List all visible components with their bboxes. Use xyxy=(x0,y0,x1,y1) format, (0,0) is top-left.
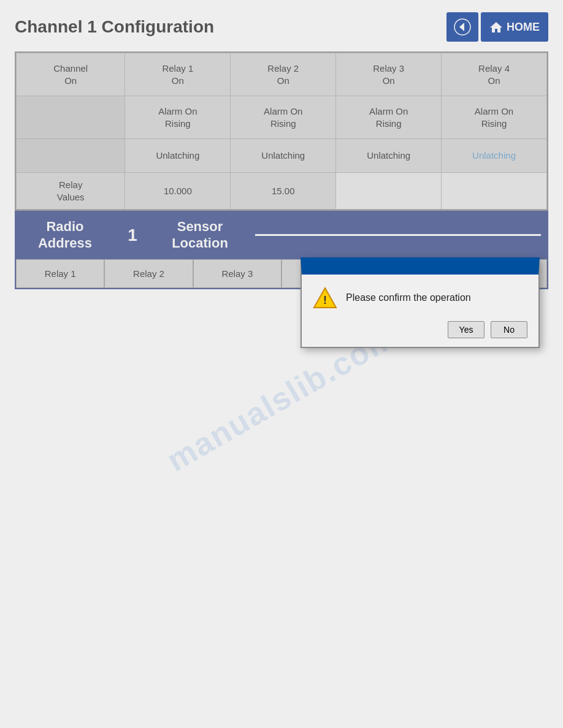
alarm2-cell[interactable]: Alarm OnRising xyxy=(231,96,336,139)
relay2-on-cell[interactable]: Relay 2On xyxy=(231,53,336,96)
relay-values-label: RelayValues xyxy=(17,173,125,210)
config-container: ChannelOn Relay 1On Relay 2On Relay 3On … xyxy=(15,51,548,211)
dialog-yes-button[interactable]: Yes xyxy=(448,321,484,338)
relay-value4-cell[interactable] xyxy=(442,173,547,210)
dialog-no-button[interactable]: No xyxy=(491,321,527,338)
relay1-on-cell[interactable]: Relay 1On xyxy=(125,53,231,96)
relay-value1-cell[interactable]: 10.000 xyxy=(125,173,231,210)
svg-marker-2 xyxy=(490,22,502,32)
unlatch4-cell[interactable]: Unlatching xyxy=(442,139,547,173)
relay3-button[interactable]: Relay 3 xyxy=(193,259,282,288)
relay-value2-cell[interactable]: 15.00 xyxy=(231,173,336,210)
radio-address-label: RadioAddress xyxy=(16,219,114,251)
header-buttons: HOME xyxy=(446,12,548,42)
back-button[interactable] xyxy=(446,12,478,42)
unlatch3-cell[interactable]: Unlatching xyxy=(336,139,442,173)
table-row-3: Unlatching Unlatching Unlatching Unlatch… xyxy=(17,139,547,173)
warning-icon: ! xyxy=(313,286,337,310)
page-header: Channel 1 Configuration HOME xyxy=(0,0,563,51)
dialog-message: Please confirm the operation xyxy=(346,292,471,303)
relay4-on-cell[interactable]: Relay 4On xyxy=(442,53,547,96)
dialog-content: ! Please confirm the operation xyxy=(313,286,527,310)
relay-value3-cell[interactable] xyxy=(336,173,442,210)
channel-on-cell[interactable]: ChannelOn xyxy=(17,53,125,96)
config-table: ChannelOn Relay 1On Relay 2On Relay 3On … xyxy=(16,53,547,210)
table-row-2: Alarm OnRising Alarm OnRising Alarm OnRi… xyxy=(17,96,547,139)
bottom-info-row: RadioAddress 1 SensorLocation xyxy=(16,212,547,258)
relay1-button[interactable]: Relay 1 xyxy=(16,259,104,288)
address-number: 1 xyxy=(114,226,151,245)
table-row-1: ChannelOn Relay 1On Relay 2On Relay 3On … xyxy=(17,53,547,96)
dialog-buttons: Yes No xyxy=(313,321,527,338)
relay3-on-cell[interactable]: Relay 3On xyxy=(336,53,442,96)
page-title: Channel 1 Configuration xyxy=(15,17,214,37)
unlatch1-cell[interactable]: Unlatching xyxy=(125,139,231,173)
alarm1-cell[interactable]: Alarm OnRising xyxy=(125,96,231,139)
home-label: HOME xyxy=(507,21,540,34)
sensor-location-label: SensorLocation xyxy=(151,219,249,251)
home-button[interactable]: HOME xyxy=(481,12,548,42)
confirm-dialog: ! Please confirm the operation Yes No xyxy=(301,257,540,348)
relay2-button[interactable]: Relay 2 xyxy=(104,259,193,288)
unlatch2-cell[interactable]: Unlatching xyxy=(231,139,336,173)
svg-text:!: ! xyxy=(323,294,327,306)
alarm3-cell[interactable]: Alarm OnRising xyxy=(336,96,442,139)
alarm4-cell[interactable]: Alarm OnRising xyxy=(442,96,547,139)
empty-cell-r2 xyxy=(17,96,125,139)
empty-cell-r3 xyxy=(17,139,125,173)
sensor-line xyxy=(255,234,541,236)
home-icon xyxy=(489,20,503,34)
table-row-4: RelayValues 10.000 15.00 xyxy=(17,173,547,210)
back-arrow-icon xyxy=(454,18,471,36)
